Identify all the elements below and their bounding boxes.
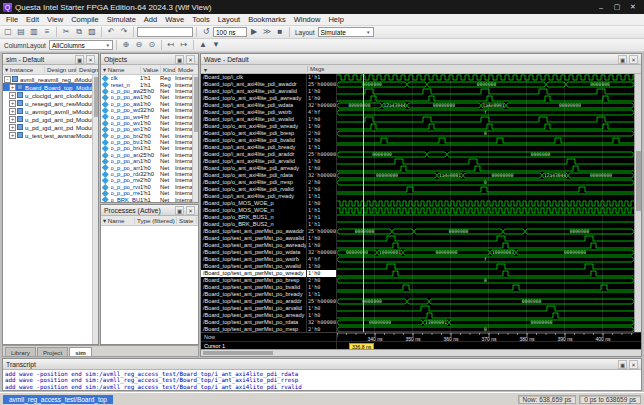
- wave-signal-row[interactable]: /Board_top/i_ant_axi4lite_pdi_arvalid1'h…: [201, 158, 641, 165]
- wave-signal-row[interactable]: /Board_top/o_ant_axi4lite_pdi_wready1'h0: [201, 123, 641, 130]
- transcript-dock-icon[interactable]: ▣: [618, 360, 627, 369]
- wave-signal-row[interactable]: /Board_top/test_ant_pwrMst_po_bresp2'h00: [201, 277, 641, 284]
- objects-scrollbar[interactable]: [192, 75, 198, 202]
- expander-icon[interactable]: +: [9, 100, 16, 107]
- paste-icon[interactable]: ▨: [86, 27, 98, 38]
- wave-panel-dock-icon[interactable]: ▣: [618, 55, 627, 64]
- tab-library[interactable]: Library: [5, 347, 36, 356]
- column-name[interactable]: ▾ Name: [101, 217, 135, 224]
- wave-signal-row[interactable]: /Board_top/test_ant_pwrMst_po_awvalid1'h…: [201, 235, 641, 242]
- wave-signal-row[interactable]: /Board_top/o_MOS_WOE_p1'h0: [201, 200, 641, 207]
- object-row[interactable]: clk1'h1RegInternal: [101, 75, 198, 81]
- wave-signal-row[interactable]: /Board_top/test_ant_pwrMst_po_bready1'h1: [201, 291, 641, 298]
- expander-icon[interactable]: +: [9, 92, 16, 99]
- objects-scrollbar-thumb[interactable]: [194, 77, 198, 132]
- instance-row[interactable]: +u_test_avsnanotest_avsnanoModule: [3, 131, 98, 139]
- menu-file[interactable]: File: [2, 15, 22, 24]
- object-row[interactable]: o_p_po_bresp2'h0NetInternal: [101, 133, 198, 139]
- object-row[interactable]: o_p_po_rready1'h1NetInternal: [101, 190, 198, 196]
- column-value[interactable]: Value: [141, 66, 161, 73]
- menu-add[interactable]: Add: [140, 15, 161, 24]
- prev-transition-icon[interactable]: ↤: [165, 40, 177, 51]
- menu-tools[interactable]: Tools: [188, 15, 214, 24]
- instance-row[interactable]: +Board_topBoard_topModule: [3, 83, 98, 91]
- stop-icon[interactable]: ■: [274, 27, 286, 38]
- wave-signal-row[interactable]: /Board_top/o_ant_axi4lite_pdi_awready1'h…: [201, 95, 641, 102]
- tab-project[interactable]: Project: [37, 347, 68, 356]
- layout-combobox[interactable]: Simulate▼: [318, 27, 374, 37]
- wave-panel-close-icon[interactable]: ✕: [629, 55, 638, 64]
- object-row[interactable]: o_BRK_BUS1_n1'h1NetInternal: [101, 196, 198, 202]
- object-row[interactable]: o_p_po_arready1'h0NetInternal: [101, 164, 198, 170]
- wave-signal-row[interactable]: /Board_top/i_ant_axi4lite_pdi_wvalid1'h0: [201, 116, 641, 123]
- wave-sort-icon[interactable]: ▾: [201, 66, 307, 73]
- wave-signal-row[interactable]: /Board_top/o_ant_axi4lite_pdi_bresp2'h00: [201, 130, 641, 137]
- wave-signal-row[interactable]: /Board_top/test_ant_pwrMst_po_rdata32'h0…: [201, 319, 641, 326]
- object-row[interactable]: o_p_po_arvalid1'h0NetInternal: [101, 158, 198, 164]
- run-length-input[interactable]: [213, 27, 247, 37]
- transcript-body[interactable]: add wave -position end sim:/avmll_reg_ac…: [3, 370, 641, 390]
- wave-signal-row[interactable]: /Board_top/o_BRK_BUS2_n1'h1: [201, 221, 641, 228]
- print-icon[interactable]: ≡: [41, 27, 53, 38]
- object-row[interactable]: o_p_po_awready1'h0NetInternal: [101, 101, 198, 107]
- expander-icon[interactable]: +: [9, 108, 16, 115]
- expander-icon[interactable]: +: [9, 116, 16, 123]
- sim-scrollbar-thumb[interactable]: [94, 77, 98, 117]
- wave-signal-row[interactable]: /Board_top/test_ant_pwrMst_po_wstrb4'hff: [201, 256, 641, 263]
- wave-signal-row[interactable]: /Board_top/o_ant_axi4lite_pdi_rdata32'h0…: [201, 172, 641, 179]
- object-row[interactable]: o_p_po_wdata32'h0NetInternal: [101, 107, 198, 113]
- open-file-icon[interactable]: ▤: [15, 27, 27, 38]
- menu-simulate[interactable]: Simulate: [103, 15, 140, 24]
- expander-icon[interactable]: +: [9, 132, 16, 139]
- wave-signal-row[interactable]: /Board_top/i_ant_axi4lite_pdi_rready1'h1: [201, 193, 641, 200]
- transcript-close-icon[interactable]: ✕: [629, 360, 638, 369]
- sim-panel-close-icon[interactable]: ✕: [86, 55, 95, 64]
- wave-signal-row[interactable]: /Board_top/o_ant_axi4lite_pdi_arready1'h…: [201, 165, 641, 172]
- wave-signal-row[interactable]: /Board_top/test_ant_pwrMst_po_araddr25'h…: [201, 298, 641, 305]
- close-button[interactable]: ✕: [625, 1, 641, 13]
- column-state[interactable]: State: [177, 217, 197, 224]
- cursor-name[interactable]: Cursor 1: [201, 342, 337, 349]
- find-input[interactable]: [137, 27, 193, 37]
- wave-signal-row[interactable]: /Board_top/o_MOS_WOE_n1'h1: [201, 207, 641, 214]
- active-context-chip[interactable]: avmll_reg_access_test/Board_top: [3, 395, 113, 404]
- menu-window[interactable]: Window: [290, 15, 325, 24]
- column-type-filtered-[interactable]: Type (filtered): [135, 217, 177, 224]
- wave-column-header[interactable]: ▾ Msgs: [201, 65, 641, 74]
- object-row[interactable]: o_p_po_bvalid1'h0NetInternal: [101, 139, 198, 145]
- zoom-out-icon[interactable]: ⊖: [133, 40, 145, 51]
- object-row[interactable]: o_p_po_rvalid1'h0NetInternal: [101, 184, 198, 190]
- objects-panel-close-icon[interactable]: ✕: [186, 55, 195, 64]
- expander-icon[interactable]: +: [9, 84, 16, 91]
- object-row[interactable]: o_p_po_awaddr25'h0NetInternal: [101, 88, 198, 94]
- wave-vertical-scrollbar[interactable]: [634, 74, 641, 332]
- run-icon[interactable]: ▶: [248, 27, 260, 38]
- objects-panel-dock-icon[interactable]: ▣: [175, 55, 184, 64]
- wave-signal-row[interactable]: /Board_top/test_ant_pwrMst_po_wready1'h0: [201, 270, 641, 277]
- wave-signal-row[interactable]: /Board_top/test_ant_pwrMst_po_rresp2'h00: [201, 326, 641, 332]
- column-instance[interactable]: ▾ Instance: [3, 66, 45, 73]
- instance-row[interactable]: +u_pd_avmll_pwrgd_ant_pd_pModule: [3, 115, 98, 123]
- wave-signal-row[interactable]: /Board_top/test_ant_pwrMst_po_awaddr25'h…: [201, 228, 641, 235]
- column-name[interactable]: ▾ Name: [101, 66, 141, 73]
- copy-icon[interactable]: ⧉: [73, 27, 85, 38]
- wave-signal-row[interactable]: /Board_top/test_ant_pwrMst_po_bvalid1'h0: [201, 284, 641, 291]
- zoom-in-icon[interactable]: ⊕: [120, 40, 132, 51]
- menu-compile[interactable]: Compile: [67, 15, 103, 24]
- instance-row[interactable]: -avmll_reg_access_testavmll_reg_acModule: [3, 75, 98, 83]
- wave-signal-row[interactable]: /Board_top/o_ant_axi4lite_pdi_rvalid1'h0: [201, 186, 641, 193]
- object-row[interactable]: o_p_po_wvalid1'h0NetInternal: [101, 120, 198, 126]
- objects-column-header[interactable]: ▾ NameValueKindMode: [101, 65, 198, 75]
- tab-sim[interactable]: sim: [69, 347, 92, 356]
- sim-column-header[interactable]: ▾ InstanceDesign unitDesign u: [3, 65, 98, 75]
- zoom-full-icon[interactable]: ⊙: [146, 40, 158, 51]
- column-layout-combobox[interactable]: AllColumns▼: [49, 40, 113, 50]
- minimize-button[interactable]: –: [593, 1, 609, 13]
- menu-layout[interactable]: Layout: [214, 15, 245, 24]
- wave-signal-row[interactable]: /Board_top/test_ant_pwrMst_po_arvalid1'h…: [201, 305, 641, 312]
- object-row[interactable]: o_p_po_wready1'h0NetInternal: [101, 126, 198, 132]
- processes-panel-dock-icon[interactable]: ▣: [175, 206, 184, 215]
- maximize-button[interactable]: ▢: [609, 1, 625, 13]
- restart-icon[interactable]: ↺: [200, 27, 212, 38]
- column-design-unit[interactable]: Design unit: [45, 66, 77, 73]
